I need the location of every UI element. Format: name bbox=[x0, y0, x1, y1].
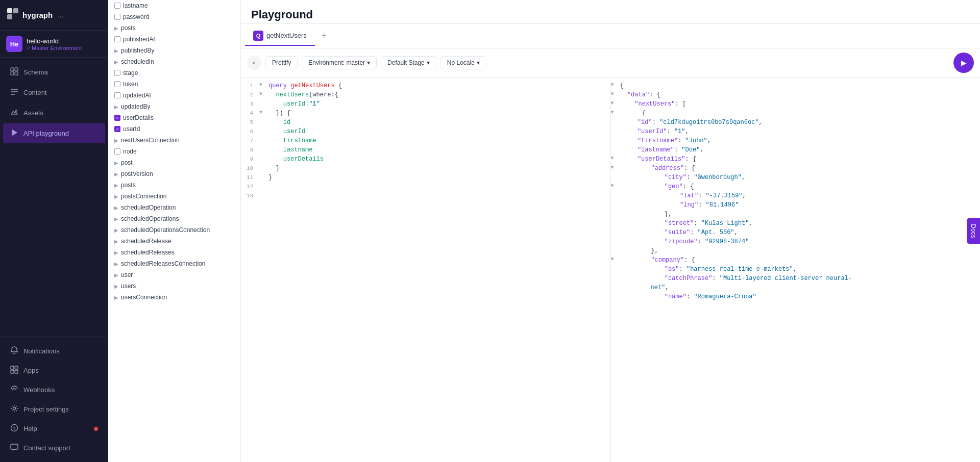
schema-item[interactable]: ✓userDetails bbox=[108, 112, 240, 123]
schema-item[interactable]: password bbox=[108, 11, 240, 22]
expand-arrow-icon: ▶ bbox=[114, 295, 118, 300]
expand-arrow-icon: ▶ bbox=[114, 194, 118, 199]
sidebar-item-notifications[interactable]: Notifications bbox=[3, 342, 105, 361]
schema-item[interactable]: token bbox=[108, 79, 240, 90]
api-playground-icon bbox=[10, 129, 18, 138]
project-settings-label: Project settings bbox=[23, 405, 69, 413]
schema-item[interactable]: lastname bbox=[108, 0, 240, 11]
schema-item-label: users bbox=[121, 283, 136, 290]
schema-item[interactable]: ▶nextUsersConnection bbox=[108, 135, 240, 146]
svg-rect-3 bbox=[11, 68, 14, 71]
schema-item[interactable]: ▶publishedBy bbox=[108, 45, 240, 56]
sidebar-item-content[interactable]: Content bbox=[3, 83, 105, 102]
schema-item[interactable]: ▶users bbox=[108, 280, 240, 292]
sidebar-item-project-settings[interactable]: Project settings bbox=[3, 400, 105, 419]
result-line-16: ▼ "street": "Kulas Light", bbox=[611, 219, 981, 228]
checkbox-icon bbox=[114, 3, 120, 9]
result-line-8: ▼ "lastname": "Doe", bbox=[611, 146, 981, 155]
schema-item[interactable]: ✓userId bbox=[108, 123, 240, 135]
checkbox-icon bbox=[114, 14, 120, 20]
schema-item-label: stage bbox=[123, 69, 138, 76]
schema-item[interactable]: stage bbox=[108, 67, 240, 79]
avatar: He bbox=[6, 36, 22, 52]
schema-item[interactable]: ▶posts bbox=[108, 179, 240, 191]
stage-dropdown[interactable]: Default Stage ▾ bbox=[381, 56, 436, 69]
schema-item[interactable]: ▶scheduledOperations bbox=[108, 213, 240, 224]
code-area: 1 ▼ query getNextUsers { 2 ▼ nextUsers(w… bbox=[241, 78, 980, 462]
sidebar-item-api-playground[interactable]: API playground bbox=[3, 123, 105, 143]
checkbox-icon bbox=[114, 92, 120, 98]
expand-arrow-icon: ▶ bbox=[114, 205, 118, 211]
docs-tab-button[interactable]: Docs bbox=[967, 218, 980, 244]
assets-icon bbox=[10, 108, 18, 118]
add-tab-button[interactable]: + bbox=[317, 29, 331, 43]
code-line-11: 11 ▼ } bbox=[241, 173, 610, 183]
schema-item[interactable]: publishedAt bbox=[108, 34, 240, 45]
sidebar-item-apps[interactable]: Apps bbox=[3, 361, 105, 380]
sidebar: hygraph ... He hello-world ⑂ Master Envi… bbox=[0, 0, 108, 462]
sidebar-item-webhooks[interactable]: Webhooks bbox=[3, 380, 105, 399]
schema-item-label: userId bbox=[123, 125, 140, 133]
schema-item[interactable]: ▶updatedBy bbox=[108, 101, 240, 112]
svg-rect-9 bbox=[11, 94, 15, 95]
code-line-6: 6 ▼ userId bbox=[241, 127, 610, 137]
checkbox-icon: ✓ bbox=[114, 126, 120, 132]
query-tab[interactable]: Q getNextUsers bbox=[245, 27, 315, 46]
result-line-12: ▼ "geo": { bbox=[611, 183, 981, 192]
checkbox-icon bbox=[114, 70, 120, 76]
schema-item[interactable]: ▶postVersion bbox=[108, 168, 240, 179]
svg-rect-8 bbox=[11, 91, 18, 92]
expand-arrow-icon: ▶ bbox=[114, 48, 118, 54]
result-line-14: ▼ "lng": "81.1496" bbox=[611, 201, 981, 210]
schema-item[interactable]: ▶scheduledIn bbox=[108, 56, 240, 67]
schema-item-label: scheduledReleasesConnection bbox=[121, 260, 205, 267]
schema-item[interactable]: ▶scheduledOperationsConnection bbox=[108, 224, 240, 236]
environment-section[interactable]: He hello-world ⑂ Master Environment bbox=[0, 31, 108, 58]
logo-dots: ... bbox=[58, 11, 63, 19]
sidebar-item-contact-support[interactable]: Contact support bbox=[3, 439, 105, 457]
schema-item[interactable]: updatedAt bbox=[108, 90, 240, 101]
environment-dropdown[interactable]: Environment: master ▾ bbox=[302, 56, 377, 69]
svg-rect-14 bbox=[11, 370, 14, 373]
expand-arrow-icon: ▶ bbox=[114, 227, 118, 233]
tab-q-icon: Q bbox=[253, 31, 263, 41]
tab-bar: Q getNextUsers + bbox=[241, 24, 980, 48]
checkbox-icon bbox=[114, 36, 120, 42]
run-button[interactable]: ▶ bbox=[953, 53, 974, 73]
schema-panel: lastnamepassword▶postspublishedAt▶publis… bbox=[108, 0, 241, 462]
schema-item-label: user bbox=[121, 271, 133, 278]
schema-item[interactable]: ▶postsConnection bbox=[108, 191, 240, 202]
schema-item[interactable]: ▶scheduledOperation bbox=[108, 202, 240, 213]
schema-item[interactable]: ▶usersConnection bbox=[108, 292, 240, 303]
editor-panel[interactable]: 1 ▼ query getNextUsers { 2 ▼ nextUsers(w… bbox=[241, 78, 611, 462]
locale-dropdown[interactable]: No Locale ▾ bbox=[440, 56, 486, 69]
result-line-4: ▼ { bbox=[611, 109, 981, 118]
schema-item[interactable]: ▶user bbox=[108, 269, 240, 280]
schema-item-label: scheduledOperation bbox=[121, 204, 176, 211]
prettify-button[interactable]: Prettify bbox=[265, 56, 298, 69]
expand-arrow-icon: ▶ bbox=[114, 183, 118, 188]
schema-item[interactable]: ▶scheduledReleases bbox=[108, 247, 240, 258]
schema-item-label: updatedAt bbox=[123, 92, 151, 99]
notifications-label: Notifications bbox=[23, 347, 60, 355]
expand-arrow-icon: ▶ bbox=[114, 216, 118, 222]
sidebar-item-help[interactable]: ? Help bbox=[3, 419, 105, 438]
schema-item[interactable]: node bbox=[108, 146, 240, 157]
code-line-3: 3 ▼ userId:"1" bbox=[241, 100, 610, 109]
collapse-panel-button[interactable]: « bbox=[247, 56, 261, 70]
schema-icon bbox=[10, 67, 18, 77]
sidebar-item-assets[interactable]: Assets bbox=[3, 103, 105, 123]
contact-support-label: Contact support bbox=[23, 444, 70, 452]
schema-item[interactable]: ▶scheduledReleasesConnection bbox=[108, 258, 240, 269]
schema-item-label: scheduledReleases bbox=[121, 249, 175, 256]
main-area: Playground Q getNextUsers + « Prettify E… bbox=[241, 0, 980, 462]
toolbar: « Prettify Environment: master ▾ Default… bbox=[241, 48, 980, 78]
schema-item[interactable]: ▶scheduledRelease bbox=[108, 236, 240, 247]
schema-item[interactable]: ▶post bbox=[108, 157, 240, 168]
help-icon: ? bbox=[10, 424, 18, 433]
expand-arrow-icon: ▶ bbox=[114, 25, 118, 31]
logo-area: hygraph ... bbox=[0, 0, 108, 31]
sidebar-item-schema[interactable]: Schema bbox=[3, 62, 105, 82]
help-notification-dot bbox=[94, 427, 98, 431]
schema-item[interactable]: ▶posts bbox=[108, 22, 240, 34]
